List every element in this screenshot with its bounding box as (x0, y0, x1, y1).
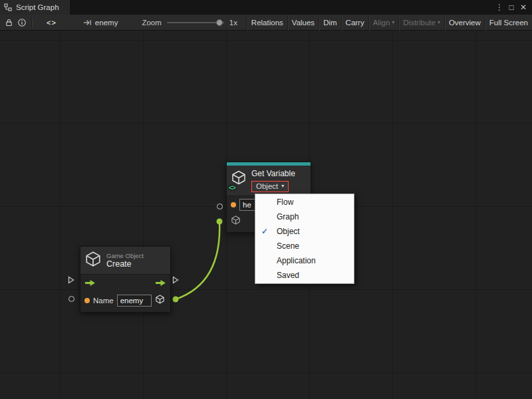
string-port-dot[interactable] (84, 298, 90, 303)
menu-item-graph[interactable]: Graph (255, 209, 354, 224)
relations-button[interactable]: Relations (247, 15, 287, 31)
info-button[interactable] (15, 16, 29, 29)
node-category: Game Object (106, 252, 144, 259)
flow-in-arrow-icon[interactable] (84, 279, 96, 287)
flow-in-port-triangle[interactable] (68, 276, 74, 284)
node-header[interactable]: Game Object Create (80, 247, 170, 275)
zoom-label: Zoom (142, 19, 161, 27)
flow-row (80, 275, 170, 291)
window-menu-button[interactable]: ⋮ (493, 3, 505, 12)
graph-asset-icon (83, 19, 92, 27)
graph-name: enemy (95, 19, 118, 27)
gameobject-cube-icon (84, 250, 102, 271)
zoom-value: 1x (229, 19, 237, 27)
menu-item-application[interactable]: Application (255, 253, 354, 268)
graph-breadcrumb[interactable]: enemy (83, 19, 118, 27)
node-title: Get Variable (251, 169, 295, 178)
name-input[interactable] (117, 295, 152, 307)
tab-script-graph[interactable]: Script Graph (0, 0, 70, 15)
menu-item-saved[interactable]: Saved (255, 268, 354, 283)
menu-item-object[interactable]: ✓ Object (255, 224, 354, 239)
check-icon: ✓ (261, 224, 268, 239)
tab-label: Script Graph (16, 3, 59, 11)
distribute-button[interactable]: Distribute ▾ (398, 15, 444, 31)
toolbar-separator (31, 18, 32, 27)
close-button[interactable]: ✕ (517, 3, 529, 12)
lock-icon (5, 18, 13, 27)
input-port-circle[interactable] (68, 296, 74, 302)
window-controls: ⋮ □ ✕ (493, 3, 532, 12)
fullscreen-button[interactable]: Full Screen (485, 15, 532, 31)
name-param-row: Name (80, 291, 170, 312)
zoom-slider-handle[interactable] (216, 19, 223, 26)
script-graph-icon (4, 3, 12, 11)
lock-button[interactable] (2, 16, 15, 29)
maximize-button[interactable]: □ (505, 3, 517, 12)
carry-button[interactable]: Carry (341, 15, 368, 31)
node-create[interactable]: Game Object Create Name (80, 246, 171, 313)
zoom-slider[interactable] (167, 18, 224, 27)
info-icon (17, 18, 27, 27)
input-port-circle[interactable] (217, 203, 223, 209)
flow-out-arrow-icon[interactable] (155, 279, 166, 287)
overview-button[interactable]: Overview (444, 15, 485, 31)
align-button[interactable]: Align ▾ (368, 15, 399, 31)
values-button[interactable]: Values (287, 15, 319, 31)
flow-out-port-triangle[interactable] (172, 276, 179, 284)
variable-scope-selector[interactable]: Object ▾ (251, 181, 289, 192)
variable-cube-icon: <> (231, 169, 247, 189)
code-view-button[interactable]: <> (47, 19, 57, 27)
toolbar-button-group: Relations Values Dim Carry Align ▾ Distr… (247, 15, 532, 31)
gameobject-port-cube-icon[interactable] (231, 215, 241, 228)
graph-toolbar: <> enemy Zoom 1x Relations Values Dim (0, 15, 532, 31)
code-icon: <> (229, 184, 235, 192)
chevron-down-icon: ▾ (392, 20, 394, 25)
gameobject-output-cube-icon[interactable] (155, 294, 165, 307)
menu-item-scene[interactable]: Scene (255, 239, 354, 253)
menu-item-flow[interactable]: Flow (255, 195, 354, 209)
zoom-slider-track (167, 22, 224, 23)
scope-dropdown-menu: Flow Graph ✓ Object Scene Application Sa… (255, 194, 354, 284)
string-port-dot[interactable] (231, 202, 236, 207)
chevron-down-icon: ▾ (438, 20, 440, 25)
chevron-down-icon: ▾ (281, 184, 284, 189)
node-header[interactable]: <> Get Variable Object ▾ (227, 166, 311, 196)
param-label: Name (93, 297, 114, 305)
script-graph-window: Script Graph ⋮ □ ✕ <> (0, 0, 532, 399)
dim-button[interactable]: Dim (319, 15, 340, 31)
node-title: Create (106, 259, 144, 269)
window-titlebar: Script Graph ⋮ □ ✕ (0, 0, 532, 15)
